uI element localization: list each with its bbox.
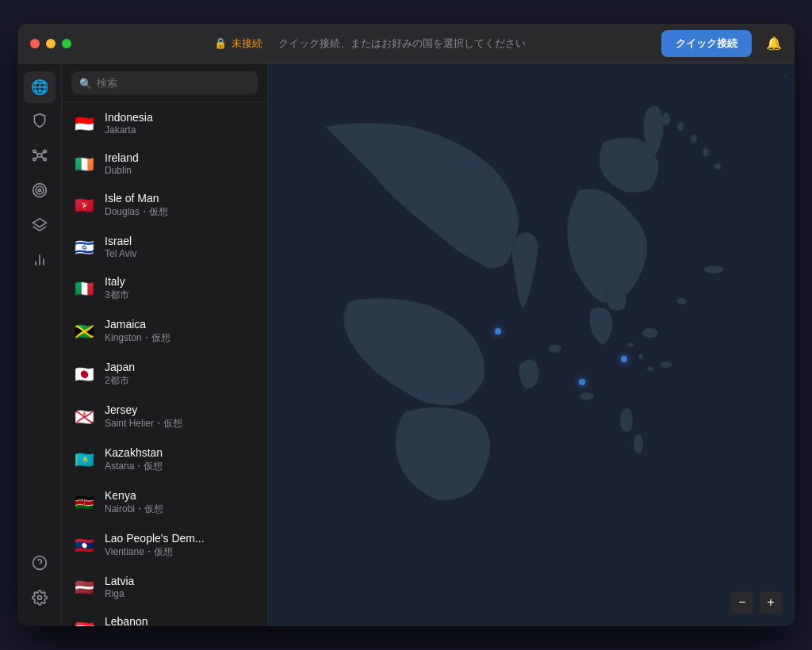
country-flag: 🇰🇪 — [73, 491, 95, 514]
country-info: JamaicaKingston・仮想 — [105, 318, 256, 345]
country-info: LatviaRiga — [105, 575, 256, 599]
sidebar-item-stats[interactable] — [24, 246, 56, 277]
country-info: JerseySaint Helier・仮想 — [105, 403, 256, 430]
list-item[interactable]: 🇱🇦Lao People's Dem...Vientiane・仮想 — [62, 524, 267, 567]
svg-point-33 — [691, 135, 697, 143]
svg-line-6 — [41, 151, 44, 155]
countries-scroll[interactable]: 🇮🇩IndonesiaJakarta🇮🇪IrelandDublin🇮🇲Isle … — [62, 103, 267, 626]
list-item[interactable]: 🇯🇪JerseySaint Helier・仮想 — [62, 396, 267, 438]
country-name: Jersey — [105, 403, 256, 416]
svg-point-28 — [647, 366, 653, 371]
country-name: Italy — [105, 275, 256, 288]
map-dot-3 — [579, 379, 585, 385]
titlebar-subtitle: クイック接続、またはお好みの国を選択してください — [278, 36, 526, 51]
country-info: Japan2都市 — [105, 361, 256, 388]
sidebar-item-help[interactable] — [24, 549, 56, 580]
country-flag: 🇱🇧 — [73, 618, 95, 626]
country-flag: 🇯🇪 — [73, 406, 95, 428]
sidebar-item-network[interactable] — [24, 141, 56, 173]
svg-point-18 — [37, 595, 41, 599]
country-name: Lebanon — [105, 615, 256, 626]
list-item[interactable]: 🇮🇪IrelandDublin — [62, 143, 267, 184]
list-item[interactable]: 🇯🇲JamaicaKingston・仮想 — [62, 310, 267, 353]
svg-point-11 — [38, 189, 40, 191]
country-flag: 🇱🇦 — [73, 534, 95, 556]
gear-icon — [32, 590, 48, 610]
svg-point-27 — [638, 354, 643, 359]
svg-line-8 — [41, 155, 44, 159]
svg-point-30 — [634, 434, 643, 453]
country-city: Saint Helier・仮想 — [105, 417, 256, 430]
search-input[interactable] — [71, 71, 258, 94]
country-flag: 🇮🇹 — [73, 277, 95, 300]
svg-point-10 — [36, 186, 44, 194]
country-city: Dublin — [105, 165, 256, 176]
list-item[interactable]: 🇰🇿KazakhstanAstana・仮想 — [62, 438, 267, 481]
svg-point-29 — [620, 408, 633, 432]
svg-point-26 — [627, 342, 634, 347]
corner-indicator: › — [784, 71, 787, 80]
country-city: Jakarta — [105, 124, 256, 136]
list-item[interactable]: 🇮🇹Italy3都市 — [62, 267, 267, 310]
svg-marker-12 — [33, 218, 46, 227]
country-info: IsraelTel Aviv — [105, 235, 256, 259]
shield-icon — [32, 113, 48, 132]
country-city: 2都市 — [105, 374, 256, 388]
sidebar-item-shield[interactable] — [24, 106, 56, 138]
svg-point-23 — [704, 266, 723, 273]
close-button[interactable] — [30, 39, 40, 48]
country-list: 🔍 🇮🇩IndonesiaJakarta🇮🇪IrelandDublin🇮🇲Isl… — [62, 63, 268, 626]
minimize-button[interactable] — [46, 39, 56, 48]
country-info: KazakhstanAstana・仮想 — [105, 446, 256, 473]
sidebar-item-layers[interactable] — [24, 211, 56, 243]
search-icon: 🔍 — [79, 77, 92, 89]
svg-point-24 — [661, 361, 672, 368]
notification-button[interactable]: 🔔 — [766, 36, 782, 51]
list-item[interactable]: 🇱🇧LebanonBeirut・仮想 — [62, 607, 267, 626]
list-item[interactable]: 🇮🇲Isle of ManDouglas・仮想 — [62, 184, 267, 227]
country-city: Vientiane・仮想 — [105, 545, 256, 559]
list-item[interactable]: 🇱🇻LatviaRiga — [62, 567, 267, 607]
sidebar-icons: 🌐 — [17, 63, 62, 626]
search-wrapper: 🔍 — [71, 71, 258, 94]
country-name: Lao People's Dem... — [105, 532, 256, 545]
list-item[interactable]: 🇮🇩IndonesiaJakarta — [62, 103, 267, 143]
country-city: 3都市 — [105, 289, 256, 302]
zoom-controls: − + — [731, 591, 782, 614]
main-window: 🔒 未接続 クイック接続、またはお好みの国を選択してください クイック接続 🔔 … — [17, 24, 795, 626]
country-city: Riga — [105, 588, 256, 599]
country-name: Kazakhstan — [105, 446, 256, 459]
country-flag: 🇯🇵 — [73, 363, 95, 385]
country-name: Indonesia — [105, 111, 256, 124]
zoom-in-button[interactable]: + — [760, 591, 782, 614]
svg-point-25 — [580, 392, 594, 400]
country-name: Kenya — [105, 489, 256, 502]
layers-icon — [32, 217, 48, 237]
maximize-button[interactable] — [62, 39, 71, 48]
network-icon — [32, 147, 48, 167]
list-item[interactable]: 🇰🇪KenyaNairobi・仮想 — [62, 481, 267, 524]
sidebar-item-target[interactable] — [24, 176, 56, 208]
list-item[interactable]: 🇮🇱IsraelTel Aviv — [62, 227, 267, 267]
svg-point-4 — [44, 158, 46, 160]
sidebar-item-settings[interactable] — [24, 583, 56, 615]
country-flag: 🇯🇲 — [73, 320, 95, 342]
list-item[interactable]: 🇯🇵Japan2都市 — [62, 353, 267, 396]
country-city: Kingston・仮想 — [105, 331, 256, 345]
svg-point-3 — [33, 158, 35, 160]
quick-connect-button[interactable]: クイック接続 — [661, 30, 752, 57]
country-flag: 🇮🇲 — [73, 194, 95, 216]
country-info: Lao People's Dem...Vientiane・仮想 — [105, 532, 256, 559]
country-name: Ireland — [105, 151, 256, 164]
country-info: Isle of ManDouglas・仮想 — [105, 192, 256, 219]
country-city: Tel Aviv — [105, 248, 256, 259]
map-dot-1 — [495, 328, 501, 335]
zoom-out-button[interactable]: − — [731, 591, 753, 614]
country-name: Jamaica — [105, 318, 256, 331]
svg-point-21 — [642, 328, 658, 338]
country-city: Nairobi・仮想 — [105, 503, 256, 516]
lock-icon: 🔒 — [214, 37, 227, 49]
sidebar-item-globe[interactable]: 🌐 — [24, 71, 56, 103]
target-icon — [32, 182, 48, 202]
country-flag: 🇮🇩 — [73, 113, 95, 135]
